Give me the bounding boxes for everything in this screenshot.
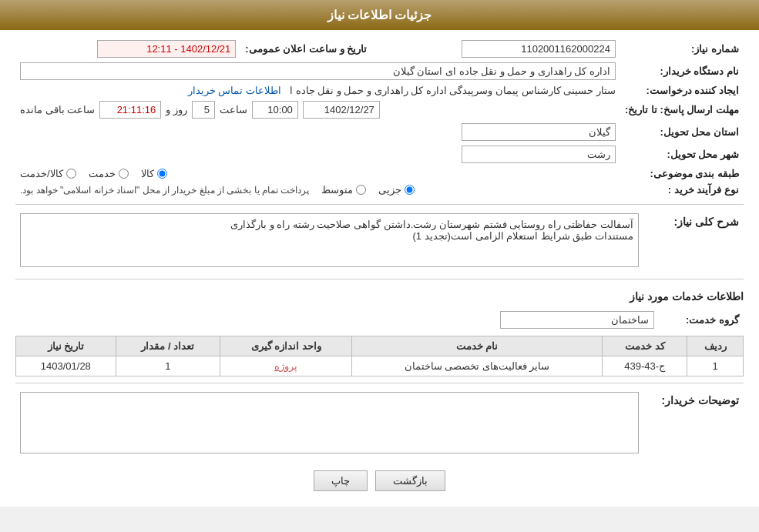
sharh-text: آسفالت حفاظتی راه روستایی فشتم شهرستان ر… — [230, 219, 633, 242]
buttons-row: چاپ بازگشت — [15, 470, 744, 491]
cell-tedad: 1 — [116, 356, 220, 376]
khadamat-section-title: اطلاعات خدمات مورد نیاز — [15, 290, 744, 303]
shahr-box: رشت — [462, 146, 616, 163]
back-button[interactable]: بازگشت — [375, 470, 445, 491]
noع-farayand-label: نوع فرآیند خرید : — [620, 182, 744, 198]
farayand-motavasset: متوسط — [321, 184, 366, 196]
page-container: جزئیات اطلاعات نیاز شماره نیاز: 11020011… — [0, 0, 759, 507]
services-table: ردیف کد خدمت نام خدمت واحد اندازه گیری ت… — [15, 336, 744, 376]
mohlat-value: ساعت باقی مانده 21:11:16 روز و 5 ساعت 10… — [15, 99, 620, 121]
cell-name: سایر فعالیت‌های تخصصی ساختمان — [352, 356, 603, 376]
table-row: 1 ج-43-439 سایر فعالیت‌های تخصصی ساختمان… — [16, 356, 744, 376]
ostan-label: استان محل تحویل: — [620, 121, 744, 143]
mohlat-rooz-box: 5 — [192, 101, 215, 119]
tarikh-label: تاریخ و ساعت اعلان عمومی: — [240, 38, 371, 60]
farayand-radio-group: پرداخت تمام یا بخشی از مبلغ خریدار از مح… — [20, 184, 616, 196]
page-title: جزئیات اطلاعات نیاز — [327, 8, 432, 22]
mohlat-label: مهلت ارسال پاسخ: تا تاریخ: — [620, 99, 744, 121]
mohlat-rooz-label: روز و — [166, 104, 187, 115]
mohlat-saaat-label: ساعت — [220, 104, 247, 115]
cell-tarikh: 1403/01/28 — [16, 356, 116, 376]
cell-code: ج-43-439 — [603, 356, 687, 376]
tabaqe-kala-khidmat-label: کالا/خدمت — [20, 168, 63, 179]
tabaqe-khidmat-label: خدمت — [89, 168, 116, 179]
farayand-jozei-radio[interactable] — [405, 185, 415, 195]
farayand-jozei: جزیی — [378, 184, 415, 196]
col-name: نام خدمت — [352, 336, 603, 356]
sharh-value-cell: آسفالت حفاظتی راه روستایی فشتم شهرستان ر… — [15, 211, 643, 273]
shahr-label: شهر محل تحویل: — [620, 143, 744, 166]
col-tedad: تعداد / مقدار — [116, 336, 220, 356]
tozihat-table: توضیحات خریدار: — [15, 390, 744, 458]
tozihat-label: توضیحات خریدار: — [643, 390, 744, 458]
divider-1 — [15, 204, 744, 205]
info-table: شماره نیاز: 1102001162000224 تاریخ و ساع… — [15, 38, 744, 198]
tabaqe-radio-group: کالا/خدمت خدمت کالا — [20, 168, 616, 179]
tabaqe-khidmat-radio[interactable] — [119, 169, 129, 179]
mohlat-remaining-label: ساعت باقی مانده — [20, 104, 95, 115]
tarikh-box: 1402/12/21 - 12:11 — [97, 40, 236, 58]
tabaqe-value: کالا/خدمت خدمت کالا — [15, 166, 620, 182]
content-area: شماره نیاز: 1102001162000224 تاریخ و ساع… — [0, 30, 759, 507]
mohlat-date-box: 1402/12/27 — [303, 101, 380, 119]
mohlat-remaining-box: 21:11:16 — [99, 101, 161, 119]
farayand-jozei-label: جزیی — [378, 184, 401, 196]
tabaqe-khidmat: خدمت — [89, 168, 129, 179]
shahr-value: رشت — [15, 143, 620, 166]
farayand-motavasset-radio[interactable] — [356, 185, 366, 195]
col-tarikh: تاریخ نیاز — [16, 336, 116, 356]
divider-3 — [15, 383, 744, 383]
tabaqe-kala: کالا — [141, 168, 167, 179]
page-header: جزئیات اطلاعات نیاز — [0, 0, 759, 30]
goroh-value: ساختمان — [15, 309, 659, 331]
sharh-label: شرح کلی نیاز: — [643, 211, 744, 273]
shomare-niaz-value: 1102001162000224 — [371, 38, 620, 60]
tabaqe-label: طبقه بندی موضوعی: — [620, 166, 744, 182]
noع-farayand-value: پرداخت تمام یا بخشی از مبلغ خریدار از مح… — [15, 182, 620, 198]
tabaqe-kala-radio[interactable] — [157, 169, 167, 179]
goroh-box: ساختمان — [500, 311, 654, 329]
col-code: کد خدمت — [603, 336, 687, 356]
cell-vahed: پروژه — [220, 356, 352, 376]
cell-radif: 1 — [687, 356, 744, 376]
col-vahed: واحد اندازه گیری — [220, 336, 352, 356]
ostan-box: گیلان — [462, 123, 616, 141]
mohlat-saat-box: 10:00 — [252, 101, 298, 119]
tarikh-value: 1402/12/21 - 12:11 — [15, 38, 240, 60]
farayand-note: پرداخت تمام یا بخشی از مبلغ خریدار از مح… — [20, 185, 309, 196]
tabaqe-kala-label: کالا — [141, 168, 154, 179]
sharh-table: شرح کلی نیاز: آسفالت حفاظتی راه روستایی … — [15, 211, 744, 273]
print-button[interactable]: چاپ — [314, 470, 368, 491]
sharh-box: آسفالت حفاظتی راه روستایی فشتم شهرستان ر… — [20, 213, 639, 267]
tozihat-textarea[interactable] — [20, 392, 639, 453]
goroh-label: گروه خدمت: — [659, 309, 744, 331]
tabaqe-kala-khidmat: کالا/خدمت — [20, 168, 76, 179]
farayand-motavasset-label: متوسط — [321, 184, 353, 196]
ostan-value: گیلان — [15, 121, 620, 143]
nam-dastgah-box: اداره کل راهداری و حمل و نقل جاده ای است… — [20, 62, 616, 80]
ijad-text: ستار حسینی کارشناس پیمان وسرپیدگی اداره … — [290, 85, 616, 96]
shomare-niaz-box: 1102001162000224 — [462, 40, 616, 58]
ijad-value: ستار حسینی کارشناس پیمان وسرپیدگی اداره … — [15, 82, 620, 99]
etela-link[interactable]: اطلاعات تماس خریدار — [188, 85, 281, 96]
goroh-table: گروه خدمت: ساختمان — [15, 309, 744, 331]
ijad-label: ایجاد کننده درخواست: — [620, 82, 744, 99]
nam-dastgah-value: اداره کل راهداری و حمل و نقل جاده ای است… — [15, 60, 620, 82]
tozihat-value-cell — [15, 390, 643, 458]
tabaqe-kala-khidmat-radio[interactable] — [66, 169, 76, 179]
nam-dastgah-label: نام دستگاه خریدار: — [620, 60, 744, 82]
divider-2 — [15, 279, 744, 279]
col-radif: ردیف — [687, 336, 744, 356]
shomare-niaz-label: شماره نیاز: — [620, 38, 744, 60]
